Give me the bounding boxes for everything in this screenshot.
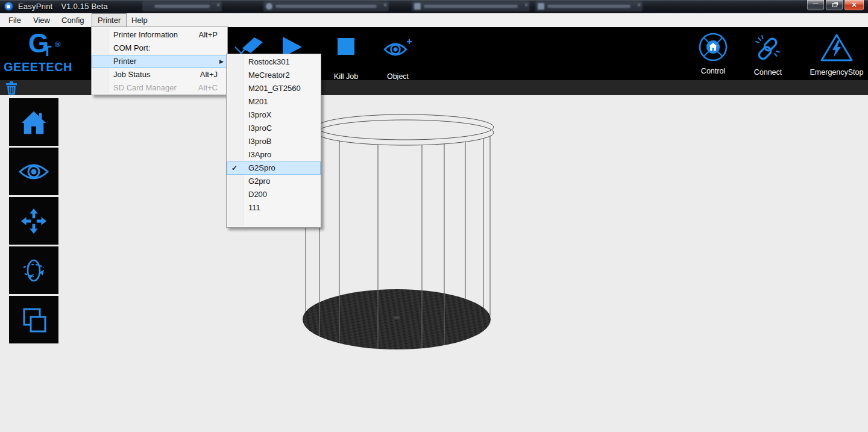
kill-job-label: Kill Job xyxy=(334,72,358,81)
sidebar-button-rotate[interactable] xyxy=(9,246,58,294)
menu-item-printer[interactable]: Printer ▶ xyxy=(92,55,227,68)
checkmark-icon: ✓ xyxy=(231,162,237,174)
tab-favicon xyxy=(266,3,272,10)
connect-button[interactable]: Connect xyxy=(752,33,784,79)
object-label: Object xyxy=(387,72,409,81)
sidebar-button-scale[interactable] xyxy=(9,296,58,343)
submenu-item-i3prox[interactable]: I3proX xyxy=(227,108,321,122)
delete-button[interactable] xyxy=(5,81,19,95)
close-button[interactable]: ✕ xyxy=(844,0,864,11)
submenu-item-mecreator2[interactable]: MeCreator2 xyxy=(227,69,321,82)
eye-icon xyxy=(18,160,49,184)
submenu-item-label: I3Apro xyxy=(248,148,271,161)
tab-text-blur xyxy=(424,5,518,8)
menu-printer[interactable]: Printer xyxy=(92,13,127,27)
menu-item-shortcut: Alt+C xyxy=(198,81,218,95)
menu-item-com-port[interactable]: COM Port: xyxy=(92,42,227,55)
submenu-item-m201[interactable]: M201 xyxy=(227,95,321,108)
brand-wordmark: GEEETECH xyxy=(4,60,72,74)
submenu-item-111[interactable]: 111 xyxy=(227,201,321,214)
restore-icon xyxy=(832,3,837,7)
menu-view-label: View xyxy=(33,16,50,25)
connect-label: Connect xyxy=(754,68,782,77)
submenu-item-label: M201_GT2560 xyxy=(248,82,301,95)
submenu-item-label: 111 xyxy=(248,201,260,214)
menu-item-printer-information[interactable]: Printer Information Alt+P xyxy=(92,28,227,42)
emergency-stop-label: EmergencyStop xyxy=(810,68,864,77)
submenu-arrow-icon: ▶ xyxy=(219,55,224,67)
move-arrows-icon xyxy=(20,207,48,235)
printer-submenu: Rostock301 MeCreator2 M201_GT2560 M201 I… xyxy=(226,54,321,228)
menu-item-label: Printer Information xyxy=(113,28,178,42)
submenu-item-label: M201 xyxy=(248,95,268,108)
submenu-item-label: I3proX xyxy=(248,108,271,122)
menu-item-shortcut: Alt+J xyxy=(200,68,218,81)
printer-menu: Printer Information Alt+P COM Port: Prin… xyxy=(91,27,228,95)
background-window-tab: × xyxy=(535,1,643,11)
submenu-item-rostock301[interactable]: Rostock301 xyxy=(227,55,321,69)
viewport-3d[interactable] xyxy=(0,95,868,432)
minimize-button[interactable]: — xyxy=(807,0,825,11)
window-title: EasyPrintV1.0.15 Beta xyxy=(18,2,108,11)
tab-close-icon: × xyxy=(216,2,220,8)
submenu-item-i3proc[interactable]: I3proC xyxy=(227,122,321,135)
minimize-icon: — xyxy=(807,0,824,8)
tab-close-icon: × xyxy=(524,2,528,8)
submenu-item-label: I3proB xyxy=(248,135,271,148)
menu-printer-label: Printer xyxy=(98,16,121,25)
submenu-item-g2pro[interactable]: G2pro xyxy=(227,175,321,188)
titlebar: × × × × EasyPrintV1.0.15 Beta — xyxy=(0,0,868,13)
submenu-item-label: G2pro xyxy=(248,175,270,188)
menu-item-label: SD Card Manager xyxy=(113,81,177,95)
object-button[interactable]: Object xyxy=(381,37,415,80)
menu-item-label: Job Status xyxy=(113,68,150,81)
submenu-item-label: G2Spro xyxy=(248,162,275,174)
emergency-stop-button[interactable]: EmergencyStop xyxy=(813,33,861,80)
restore-button[interactable] xyxy=(825,0,843,11)
home-icon xyxy=(20,108,48,136)
menu-view[interactable]: View xyxy=(28,13,55,27)
menu-item-label: Printer xyxy=(113,55,136,67)
submenu-item-label: MeCreator2 xyxy=(248,69,290,82)
tab-favicon xyxy=(538,3,544,10)
kill-job-button[interactable]: Kill Job xyxy=(329,37,363,80)
control-crosshair-icon xyxy=(697,32,729,64)
menu-file[interactable]: File xyxy=(3,13,27,27)
tab-close-icon: × xyxy=(383,2,387,8)
build-plate xyxy=(303,289,491,349)
sidebar-button-move[interactable] xyxy=(9,197,58,245)
background-window-tab: × xyxy=(263,1,389,11)
brand-g-mark: GT® xyxy=(28,28,49,58)
submenu-item-m201-gt2560[interactable]: M201_GT2560 xyxy=(227,82,321,95)
submenu-item-i3prob[interactable]: I3proB xyxy=(227,135,321,148)
control-button[interactable]: Control xyxy=(693,32,733,79)
app-version: V1.0.15 Beta xyxy=(61,2,108,11)
sidebar-button-view[interactable] xyxy=(9,148,58,195)
submenu-item-label: D200 xyxy=(248,188,267,201)
menu-help-label: Help xyxy=(131,16,148,25)
app-name: EasyPrint xyxy=(18,2,52,11)
submenu-item-g2spro[interactable]: ✓ G2Spro xyxy=(227,161,321,175)
chain-link-icon xyxy=(753,33,782,63)
submenu-item-label: I3proC xyxy=(248,122,272,135)
submenu-item-label: Rostock301 xyxy=(248,55,290,69)
tab-favicon xyxy=(414,3,421,10)
menu-item-shortcut: Alt+P xyxy=(199,28,218,42)
menu-item-label: COM Port: xyxy=(113,42,150,55)
rotate-icon xyxy=(19,255,49,286)
submenu-item-i3apro[interactable]: I3Apro xyxy=(227,148,321,161)
menu-config-label: Config xyxy=(61,16,84,25)
menu-file-label: File xyxy=(8,16,21,25)
eye-plus-icon xyxy=(383,37,413,59)
menu-item-sd-card-manager: SD Card Manager Alt+C xyxy=(92,81,227,95)
menu-config[interactable]: Config xyxy=(56,13,90,27)
background-window-tab: × xyxy=(412,1,530,11)
scale-squares-icon xyxy=(19,305,48,334)
menu-help[interactable]: Help xyxy=(126,13,153,27)
control-label: Control xyxy=(701,67,725,75)
sidebar-button-home[interactable] xyxy=(9,98,58,146)
registered-icon: ® xyxy=(55,30,61,60)
submenu-item-d200[interactable]: D200 xyxy=(227,188,321,201)
background-window-tab: × xyxy=(142,1,222,11)
menu-item-job-status[interactable]: Job Status Alt+J xyxy=(92,68,227,81)
